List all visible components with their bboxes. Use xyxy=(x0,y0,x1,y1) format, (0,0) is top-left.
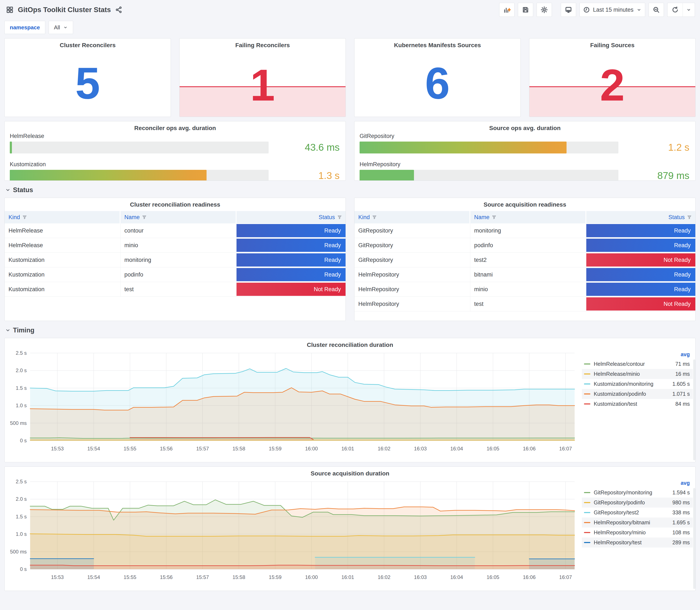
x-axis-tick-label: 15:57 xyxy=(196,574,209,580)
table-cell-name: monitoring xyxy=(120,253,236,267)
legend-avg-header[interactable]: avg xyxy=(681,480,690,486)
filter-funnel-icon[interactable] xyxy=(372,215,377,220)
table-cell-status: Not Ready xyxy=(237,282,345,296)
time-series-plot[interactable]: 0 s500 ms1.0 s1.5 s2.0 s2.5 s15:5315:541… xyxy=(5,350,576,462)
table-cell-status: Not Ready xyxy=(586,253,695,267)
column-header-kind[interactable]: Kind xyxy=(355,211,470,223)
share-dashboard-button[interactable] xyxy=(115,6,123,13)
stat-panel: Failing Sources2 xyxy=(529,38,696,117)
status-badge: Not Ready xyxy=(237,283,345,296)
save-dashboard-button[interactable] xyxy=(518,3,533,17)
legend-avg-value: 289 ms xyxy=(658,540,690,546)
variable-namespace-value[interactable]: All xyxy=(49,21,73,34)
legend-item[interactable]: GitRepository/test2338 ms xyxy=(582,508,693,517)
legend-item[interactable]: HelmRepository/bitnami1.695 s xyxy=(582,517,693,528)
add-panel-button[interactable] xyxy=(499,3,515,17)
status-badge: Not Ready xyxy=(586,253,695,267)
gauge-bar xyxy=(360,142,567,154)
table-cell-status: Ready xyxy=(586,267,695,282)
legend-item[interactable]: HelmRelease/minio16 ms xyxy=(582,369,693,379)
legend-item[interactable]: Kustomization/monitoring1.605 s xyxy=(582,379,693,389)
filter-funnel-icon[interactable] xyxy=(491,215,496,220)
cycle-view-button[interactable] xyxy=(561,3,576,17)
column-header-name[interactable]: Name xyxy=(470,211,586,223)
x-axis-tick-label: 15:56 xyxy=(160,446,173,451)
chart-body: 0 s500 ms1.0 s1.5 s2.0 s2.5 s15:5315:541… xyxy=(5,478,695,591)
bar-gauge-row: HelmRelease43.6 ms xyxy=(10,133,340,154)
panel-title[interactable]: Failing Sources xyxy=(530,38,695,50)
table-cell-status: Ready xyxy=(237,267,345,282)
panel-title[interactable]: Cluster reconciliation readiness xyxy=(5,198,345,209)
apps-grid-icon[interactable] xyxy=(6,6,14,14)
table-cell-status: Ready xyxy=(237,238,345,253)
filter-funnel-icon[interactable] xyxy=(337,215,342,220)
table-row: HelmRepositoryminioReady xyxy=(355,282,695,297)
table-row: HelmRepositorytestNot Ready xyxy=(355,297,695,311)
panel-title[interactable]: Cluster Reconcilers xyxy=(5,38,170,50)
x-axis-tick-label: 16:03 xyxy=(414,446,427,451)
x-axis-tick-label: 16:03 xyxy=(414,574,427,580)
column-header-kind[interactable]: Kind xyxy=(5,211,120,223)
gauge-track xyxy=(10,142,268,154)
x-axis-tick-label: 16:04 xyxy=(450,574,463,580)
legend-scrollbar[interactable] xyxy=(693,359,695,460)
legend-avg-header[interactable]: avg xyxy=(681,351,690,357)
panel-title[interactable]: Cluster reconciliation duration xyxy=(5,338,695,350)
table-row: HelmReleaseminioReady xyxy=(5,238,345,253)
panel-title[interactable]: Reconciler ops avg. duration xyxy=(5,122,345,133)
table-cell-status: Ready xyxy=(586,238,695,253)
table-row: KustomizationpodinfoReady xyxy=(5,267,345,282)
legend-item[interactable]: Kustomization/test84 ms xyxy=(582,399,693,409)
table-row: GitRepositorytest2Not Ready xyxy=(355,253,695,267)
legend-avg-value: 980 ms xyxy=(658,499,690,505)
zoom-out-button[interactable] xyxy=(649,3,664,17)
x-axis-tick-label: 16:01 xyxy=(341,446,354,451)
column-header-name[interactable]: Name xyxy=(120,211,236,223)
time-series-plot[interactable]: 0 s500 ms1.0 s1.5 s2.0 s2.5 s15:5315:541… xyxy=(5,478,576,591)
status-section-toggle[interactable]: Status xyxy=(5,186,695,194)
stat-panel: Failing Reconcilers1 xyxy=(179,38,346,117)
panel-title[interactable]: Source acquisition readiness xyxy=(355,198,695,209)
table-cell-status: Not Ready xyxy=(586,297,695,311)
series-area xyxy=(30,559,94,569)
refresh-button[interactable] xyxy=(667,3,683,17)
legend-item[interactable]: GitRepository/monitoring1.594 s xyxy=(582,487,693,498)
column-header-status[interactable]: Status xyxy=(586,211,695,223)
table-row: GitRepositorymonitoringReady xyxy=(355,223,695,238)
x-axis-tick-label: 15:59 xyxy=(269,574,281,580)
bar-chart-plus-icon xyxy=(503,6,511,14)
x-axis-tick-label: 15:54 xyxy=(87,574,100,580)
legend-item[interactable]: Kustomization/podinfo1.071 s xyxy=(582,389,693,399)
x-axis-tick-label: 16:00 xyxy=(305,446,318,451)
legend-item[interactable]: GitRepository/podinfo980 ms xyxy=(582,498,693,508)
timing-section-toggle[interactable]: Timing xyxy=(5,326,695,334)
column-header-label: Kind xyxy=(358,214,370,221)
x-axis-tick-label: 16:00 xyxy=(305,574,318,580)
filter-funnel-icon[interactable] xyxy=(22,215,27,220)
legend-item[interactable]: HelmRepository/minio108 ms xyxy=(582,528,693,537)
stat-viz: 2 xyxy=(530,50,695,117)
panel-title[interactable]: Source ops avg. duration xyxy=(355,122,695,133)
dashboard-settings-button[interactable] xyxy=(537,3,552,17)
legend-series-name: GitRepository/monitoring xyxy=(594,489,658,496)
panel-title[interactable]: Failing Reconcilers xyxy=(180,38,345,50)
table-cell-kind: GitRepository xyxy=(355,223,470,238)
status-badge: Ready xyxy=(586,268,695,281)
legend-series-dash-icon xyxy=(584,512,590,513)
legend-scrollbar[interactable] xyxy=(693,488,695,589)
table-cell-status: Ready xyxy=(237,253,345,267)
refresh-interval-dropdown[interactable] xyxy=(683,3,695,17)
stat-viz: 5 xyxy=(5,50,170,117)
legend-avg-value: 71 ms xyxy=(658,361,690,367)
legend-item[interactable]: HelmRelease/contour71 ms xyxy=(582,359,693,369)
table-cell-kind: HelmRepository xyxy=(355,282,470,296)
filter-funnel-icon[interactable] xyxy=(687,215,692,220)
panel-title[interactable]: Kubernetes Manifests Sources xyxy=(355,38,520,50)
x-axis-tick-label: 15:55 xyxy=(124,446,136,451)
panel-title[interactable]: Source acquisition duration xyxy=(5,467,695,478)
filter-funnel-icon[interactable] xyxy=(142,215,147,220)
column-header-status[interactable]: Status xyxy=(237,211,345,223)
variable-namespace-label[interactable]: namespace xyxy=(4,21,45,34)
legend-item[interactable]: HelmRepository/test289 ms xyxy=(582,537,693,547)
time-range-picker[interactable]: Last 15 minutes xyxy=(580,3,645,17)
